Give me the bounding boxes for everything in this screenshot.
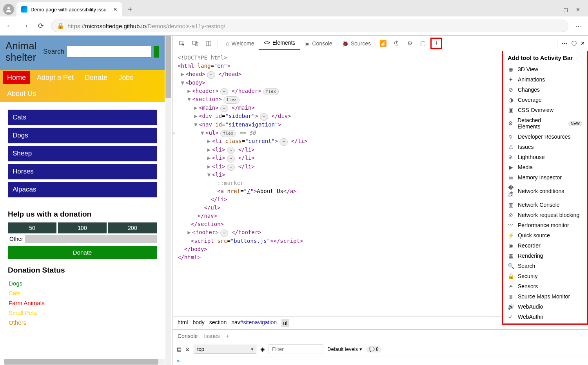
tool-sensors[interactable]: ☀Sensors [503, 281, 587, 291]
tool-search[interactable]: 🔍Search [503, 261, 587, 271]
app-icon[interactable]: ▢ [417, 38, 429, 49]
dock-side-icon[interactable] [203, 38, 214, 49]
console-sidebar-toggle-icon[interactable]: ▤ [177, 346, 181, 352]
console-prompt[interactable]: > [173, 356, 588, 365]
issues-badge[interactable]: 💬8 [366, 346, 381, 352]
log-levels[interactable]: Default levels ▾ [327, 346, 362, 352]
sidebar-item-dogs[interactable]: Dogs [8, 128, 157, 143]
minimize-icon[interactable]: — [550, 7, 555, 13]
page-content: Animal shelter Search HomeAdopt a PetDon… [0, 36, 172, 365]
breadcrumb-section[interactable]: section [209, 319, 227, 327]
tool-performance-monitor[interactable]: 〰Performance monitor [503, 220, 587, 230]
horizontal-scrollbar[interactable] [4, 359, 165, 365]
devtools-tab-welcome[interactable]: ⌂Welcome [221, 36, 259, 50]
drawer-tab-issues[interactable]: Issues [204, 333, 220, 339]
devtools-tab-sources[interactable]: 🐞Sources [337, 36, 376, 50]
tool-css-overview[interactable]: ▣CSS Overview [503, 105, 587, 115]
profile-icon[interactable] [3, 4, 14, 15]
context-select[interactable]: top [194, 345, 256, 354]
amount-200[interactable]: 200 [108, 222, 157, 233]
devtools-tab-console[interactable]: ▣Console [300, 36, 337, 50]
sidebar-item-cats[interactable]: Cats [8, 110, 157, 125]
reload-button[interactable]: ⟳ [35, 20, 46, 31]
nav-jobs[interactable]: Jobs [114, 71, 137, 84]
tool-webauthn[interactable]: ✓WebAuthn [503, 312, 587, 322]
drawer-tab-console[interactable]: Console [178, 333, 198, 339]
tool-developer-resources[interactable]: ⛭Developer Resources [503, 132, 587, 142]
tool-quick-source[interactable]: ⚡Quick source [503, 230, 587, 240]
performance-icon[interactable]: ⏱ [390, 38, 402, 49]
breadcrumb-nav-sitenavigation[interactable]: nav#sitenavigation [231, 319, 277, 327]
close-window-icon[interactable]: ✕ [576, 7, 580, 13]
tool-detached-elements[interactable]: ⚙Detached ElementsNEW [503, 115, 587, 132]
tool-recorder[interactable]: ◉Recorder [503, 240, 587, 251]
svg-point-0 [7, 7, 10, 9]
status-others: Others [8, 318, 157, 327]
amount-50[interactable]: 50 [8, 222, 56, 233]
console-drawer: Console Issues + ▤ ⊘ top ◉ Default level… [173, 329, 588, 365]
add-tool-button[interactable]: + [430, 38, 442, 49]
eye-icon[interactable]: ◉ [260, 346, 265, 352]
tool-lighthouse[interactable]: ⛯Lighthouse [503, 152, 587, 162]
menu-button[interactable]: ⋯ [573, 20, 584, 31]
settings-icon[interactable]: ⚙ [404, 38, 416, 49]
nav-donate[interactable]: Donate [81, 71, 111, 84]
tool-3d-view[interactable]: ▦3D View [503, 64, 587, 74]
breadcrumb-ul[interactable]: ul [281, 319, 289, 327]
dom-tree[interactable]: <!DOCTYPE html> <html lang="en"> ▶<head>… [173, 51, 556, 316]
breadcrumb-html[interactable]: html [178, 319, 188, 327]
close-devtools-icon[interactable]: ✕ [581, 40, 585, 46]
tool-memory-inspector[interactable]: ▤Memory Inspector [503, 172, 587, 182]
nav-home[interactable]: Home [3, 71, 30, 84]
tool-media[interactable]: ▶Media [503, 162, 587, 172]
sidebar-item-sheep[interactable]: Sheep [8, 146, 157, 161]
new-tab-button[interactable]: + [125, 4, 136, 16]
sensors-icon: ☀ [508, 283, 514, 289]
devtools-tab-elements[interactable]: <>Elements [259, 36, 300, 50]
css-overview-icon: ▣ [508, 107, 514, 113]
tool-security[interactable]: 🔒Security [503, 271, 587, 281]
more-icon[interactable]: ⋯ [561, 40, 568, 47]
network-condition-icon[interactable]: 📶 [377, 38, 389, 49]
tool-animations[interactable]: ✦Animations [503, 74, 587, 85]
amount-100[interactable]: 100 [58, 222, 107, 233]
other-amount-input[interactable] [25, 235, 157, 243]
vertical-scrollbar[interactable] [165, 36, 171, 365]
tool-changes[interactable]: ⊘Changes [503, 85, 587, 95]
add-drawer-tab-icon[interactable]: + [226, 333, 229, 339]
status-farm-animals: Farm Animals [8, 298, 157, 308]
network-conditions-icon: �波 [508, 184, 514, 198]
nav-adopt-a-pet[interactable]: Adopt a Pet [33, 71, 78, 84]
source-maps-monitor-icon: ▥ [508, 293, 514, 300]
device-toolbar-icon[interactable] [189, 38, 201, 49]
search-button[interactable] [154, 46, 159, 58]
lighthouse-icon: ⛯ [508, 154, 514, 160]
tool-webaudio[interactable]: 🔊WebAudio [503, 302, 587, 312]
help-icon[interactable]: ⓘ [572, 40, 577, 47]
tool-network-request-blocking[interactable]: ⊘Network request blocking [503, 210, 587, 220]
close-tab-icon[interactable]: ✕ [113, 6, 118, 13]
nav-about-us[interactable]: About Us [3, 87, 40, 100]
donate-button[interactable]: Donate [8, 246, 157, 259]
sidebar-item-alpacas[interactable]: Alpacas [8, 182, 157, 197]
rendering-icon: ▦ [508, 253, 514, 259]
webauthn-icon: ✓ [508, 314, 514, 320]
performance-monitor-icon: 〰 [508, 222, 514, 228]
inspect-element-icon[interactable] [176, 38, 188, 49]
tool-issues[interactable]: ⚠Issues [503, 142, 587, 152]
browser-tab[interactable]: Demo page with accessibility issu ✕ [16, 2, 122, 16]
clclear-console-icon[interactable]: ⊘ [185, 346, 190, 352]
tool-network-console[interactable]: ▥Network Console [503, 200, 587, 210]
maximize-icon[interactable]: ▢ [563, 7, 568, 13]
tool-network-conditions[interactable]: �波Network conditions [503, 182, 587, 200]
sidebar-item-horses[interactable]: Horses [8, 164, 157, 179]
url-input[interactable]: 🔒 https://microsoftedge.github.io/Demos/… [51, 20, 568, 32]
console-filter[interactable] [269, 344, 323, 354]
tool-rendering[interactable]: ▦Rendering [503, 251, 587, 261]
search-input[interactable] [67, 46, 151, 58]
back-button[interactable]: ← [4, 20, 15, 31]
forward-button[interactable]: → [20, 20, 31, 31]
breadcrumb-body[interactable]: body [192, 319, 204, 327]
tool-coverage[interactable]: ◑Coverage [503, 95, 587, 105]
tool-source-maps-monitor[interactable]: ▥Source Maps Monitor [503, 291, 587, 302]
